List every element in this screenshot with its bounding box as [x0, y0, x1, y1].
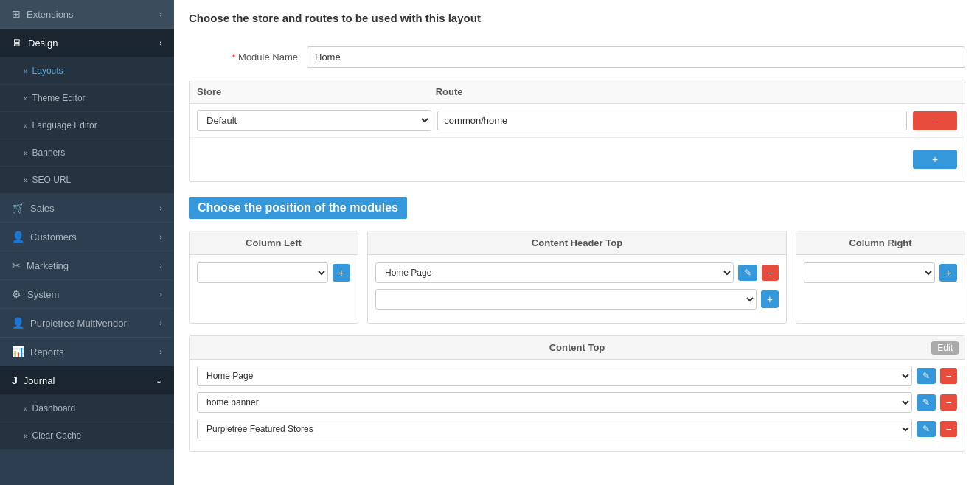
content-top-select-2[interactable]: home banner — [197, 392, 912, 413]
chevron-right-icon: › — [159, 203, 162, 212]
content-header-top-body: Home Page ✎ – + — [368, 255, 786, 323]
sidebar-item-dashboard[interactable]: » Dashboard — [0, 395, 174, 422]
bullet-icon: » — [24, 176, 28, 184]
module-name-label: * Module Name — [189, 52, 307, 63]
journal-icon: J — [12, 374, 18, 386]
content-header-top-panel: Content Header Top Home Page ✎ – + — [367, 231, 787, 324]
store-route-row-1: Default – — [190, 104, 965, 138]
required-star: * — [232, 52, 235, 63]
content-top-select-1[interactable]: Home Page — [197, 366, 912, 386]
customers-icon: 👤 — [12, 231, 24, 242]
chevron-right-icon: › — [159, 232, 162, 241]
content-header-top-row-2: + — [375, 289, 779, 310]
content-top-remove-button-1[interactable]: – — [940, 368, 957, 384]
store-select[interactable]: Default — [197, 110, 431, 131]
chevron-down-icon: ⌄ — [156, 376, 162, 385]
sidebar-item-language-editor[interactable]: » Language Editor — [0, 112, 174, 139]
sidebar-item-purpletree[interactable]: 👤 Purpletree Multivendor › — [0, 309, 174, 338]
sidebar-item-label: Customers — [30, 231, 77, 242]
sidebar-item-layouts[interactable]: » Layouts — [0, 57, 174, 85]
sidebar-item-banners[interactable]: » Banners — [0, 139, 174, 167]
marketing-icon: ✂ — [12, 259, 21, 271]
sidebar-item-label: Purpletree Multivendor — [30, 318, 127, 329]
chevron-right-icon: › — [159, 261, 162, 270]
remove-route-button[interactable]: – — [913, 111, 957, 130]
main-content: Choose the store and routes to be used w… — [174, 0, 980, 485]
column-right-select[interactable] — [804, 262, 935, 283]
sidebar-item-label: Banners — [32, 147, 66, 158]
sidebar-item-design[interactable]: 🖥 Design › — [0, 29, 174, 57]
sidebar-item-customers[interactable]: 👤 Customers › — [0, 223, 174, 251]
content-header-top-header: Content Header Top — [368, 231, 786, 255]
column-right-add-button[interactable]: + — [939, 264, 957, 282]
chevron-right-icon: › — [159, 290, 162, 299]
column-left-select[interactable] — [197, 262, 328, 283]
module-name-group: * Module Name — [189, 46, 965, 68]
bullet-icon: » — [24, 94, 28, 102]
store-column-header: Store — [197, 86, 436, 97]
bullet-icon: » — [24, 122, 28, 130]
column-left-add-button[interactable]: + — [333, 264, 350, 282]
sidebar-item-extensions[interactable]: ⊞ Extensions › — [0, 0, 174, 29]
store-route-row-empty: + — [190, 138, 965, 181]
sidebar-item-reports[interactable]: 📊 Reports › — [0, 338, 174, 366]
bullet-icon: » — [24, 432, 28, 440]
module-name-input[interactable] — [307, 46, 965, 68]
bullet-icon: » — [24, 405, 28, 413]
position-section-title: Choose the position of the modules — [189, 197, 407, 219]
content-header-top-add-button[interactable]: + — [761, 290, 779, 308]
page-title: Choose the store and routes to be used w… — [189, 12, 965, 32]
content-top-section: Content Top Edit Home Page ✎ – home bann… — [189, 335, 965, 452]
chevron-right-icon: › — [159, 10, 162, 18]
chevron-right-icon: › — [159, 318, 162, 327]
content-header-top-row-1: Home Page ✎ – — [375, 262, 779, 283]
content-top-edit-button-2[interactable]: ✎ — [917, 394, 936, 411]
store-route-table: Store Route Default – + — [189, 80, 965, 182]
design-icon: 🖥 — [12, 37, 22, 49]
sidebar-item-label: Dashboard — [32, 403, 76, 414]
content-header-top-edit-button-1[interactable]: ✎ — [738, 265, 757, 281]
content-top-row-3: Purpletree Featured Stores ✎ – — [197, 419, 957, 439]
column-left-header: Column Left — [190, 231, 358, 255]
chevron-right-icon: › — [159, 38, 162, 47]
content-header-top-remove-button-1[interactable]: – — [762, 265, 779, 281]
column-right-body: + — [796, 255, 965, 296]
system-icon: ⚙ — [12, 288, 21, 300]
sidebar-item-clear-cache[interactable]: » Clear Cache — [0, 422, 174, 450]
sidebar-item-label: SEO URL — [32, 175, 72, 185]
sidebar-item-sales[interactable]: 🛒 Sales › — [0, 194, 174, 223]
content-top-edit-button-1[interactable]: ✎ — [917, 368, 936, 384]
content-top-row-2: home banner ✎ – — [197, 392, 957, 413]
content-top-remove-button-2[interactable]: – — [940, 394, 957, 411]
sidebar-item-label: Extensions — [27, 9, 74, 20]
extensions-icon: ⊞ — [12, 8, 21, 20]
sidebar-item-marketing[interactable]: ✂ Marketing › — [0, 251, 174, 280]
sidebar-item-theme-editor[interactable]: » Theme Editor — [0, 85, 174, 112]
sidebar-item-label: Layouts — [32, 66, 63, 76]
column-right-panel: Column Right + — [796, 231, 965, 324]
content-top-edit-button[interactable]: Edit — [931, 341, 959, 355]
sidebar-item-label: System — [27, 289, 59, 300]
sidebar-item-label: Journal — [24, 375, 55, 386]
add-route-button[interactable]: + — [913, 150, 957, 169]
content-header-top-select-2[interactable] — [375, 289, 757, 310]
content-top-select-3[interactable]: Purpletree Featured Stores — [197, 419, 912, 439]
sidebar-item-label: Marketing — [27, 260, 69, 271]
sidebar-item-system[interactable]: ⚙ System › — [0, 280, 174, 309]
content-top-body: Home Page ✎ – home banner ✎ – Purpletree… — [190, 360, 965, 451]
route-column-header: Route — [436, 86, 913, 97]
sales-icon: 🛒 — [12, 202, 24, 214]
sidebar-item-label: Design — [28, 38, 58, 49]
sidebar-item-journal[interactable]: J Journal ⌄ — [0, 366, 174, 395]
sidebar-item-label: Sales — [30, 203, 55, 214]
content-top-row-1: Home Page ✎ – — [197, 366, 957, 386]
sidebar-item-seo-url[interactable]: » SEO URL — [0, 167, 174, 194]
column-left-panel: Column Left + — [189, 231, 358, 324]
content-header-top-select-1[interactable]: Home Page — [375, 262, 734, 283]
column-right-header: Column Right — [796, 231, 965, 255]
content-top-edit-button-3[interactable]: ✎ — [917, 421, 936, 437]
content-top-remove-button-3[interactable]: – — [940, 421, 957, 437]
route-input[interactable] — [437, 111, 907, 130]
column-left-body: + — [190, 255, 358, 296]
sidebar-item-label: Language Editor — [32, 120, 97, 130]
